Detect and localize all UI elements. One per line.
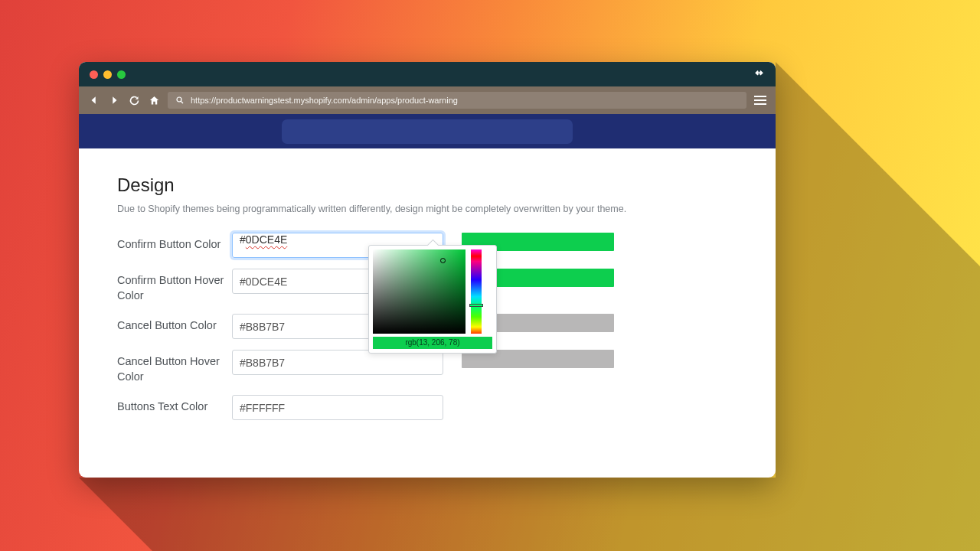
search-icon — [175, 96, 185, 105]
minimize-window-button[interactable] — [103, 70, 112, 79]
label-confirm-hover-color: Confirm Button Hover Color — [117, 269, 232, 303]
page-title: Design — [117, 174, 737, 196]
label-confirm-color: Confirm Button Color — [117, 233, 232, 252]
page-subtitle: Due to Shopify themes being programmatic… — [117, 204, 737, 214]
fullscreen-icon[interactable] — [751, 66, 767, 82]
forward-button[interactable] — [108, 94, 120, 106]
label-cancel-color: Cancel Button Color — [117, 314, 232, 333]
saturation-value-area[interactable] — [373, 249, 466, 334]
window-titlebar — [79, 62, 776, 86]
row-cancel-hover-color: Cancel Button Hover Color — [117, 350, 737, 384]
input-confirm-color-value: 0DCE4E — [246, 233, 287, 246]
sv-cursor[interactable] — [440, 258, 446, 263]
close-window-button[interactable] — [90, 70, 98, 79]
label-text-color: Buttons Text Color — [117, 395, 232, 414]
color-picker-popover[interactable]: rgb(13, 206, 78) — [368, 245, 497, 354]
reload-button[interactable] — [128, 94, 140, 106]
zoom-window-button[interactable] — [117, 70, 126, 79]
svg-point-1 — [177, 97, 181, 102]
row-text-color: Buttons Text Color — [117, 395, 737, 420]
address-bar[interactable]: https://productwarningstest.myshopify.co… — [168, 92, 746, 109]
hue-cursor[interactable] — [469, 304, 483, 307]
back-button[interactable] — [88, 94, 100, 106]
app-header-bar — [79, 114, 776, 148]
browser-window: https://productwarningstest.myshopify.co… — [79, 62, 776, 478]
hue-slider[interactable] — [471, 249, 482, 334]
app-header-placeholder — [282, 119, 573, 144]
menu-button[interactable] — [754, 96, 766, 105]
window-controls — [90, 70, 126, 79]
color-readout: rgb(13, 206, 78) — [373, 337, 492, 349]
browser-toolbar: https://productwarningstest.myshopify.co… — [79, 86, 776, 114]
home-button[interactable] — [148, 94, 160, 106]
label-cancel-hover-color: Cancel Button Hover Color — [117, 350, 232, 384]
input-text-color[interactable] — [232, 395, 443, 420]
url-text: https://productwarningstest.myshopify.co… — [191, 96, 458, 105]
